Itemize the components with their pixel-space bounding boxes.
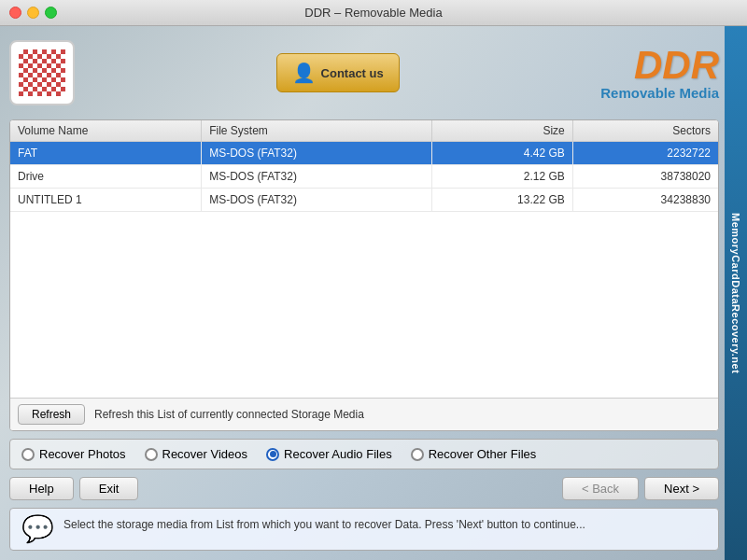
cell-sectors: 34238830 — [572, 189, 718, 212]
radio-circle-other — [411, 448, 424, 461]
radio-videos[interactable]: Recover Videos — [145, 447, 248, 461]
info-bar: 💬 Select the storage media from List fro… — [9, 508, 719, 551]
cell-volume-name: UNTITLED 1 — [10, 189, 202, 212]
radio-label-photos: Recover Photos — [39, 447, 126, 461]
contact-icon: 👤 — [292, 62, 316, 84]
radio-label-other: Recover Other Files — [429, 447, 537, 461]
refresh-description: Refresh this List of currently connected… — [94, 408, 364, 421]
cell-sectors: 38738020 — [572, 165, 718, 189]
checkerboard-icon — [19, 49, 65, 96]
radio-audio[interactable]: Recover Audio Files — [266, 447, 392, 461]
cell-size: 4.42 GB — [431, 142, 572, 165]
col-size: Size — [431, 120, 572, 142]
radio-photos[interactable]: Recover Photos — [21, 447, 126, 461]
header-area: 👤 Contact us DDR Removable Media — [9, 35, 719, 110]
ddr-title: DDR — [600, 46, 719, 85]
cell-file-system: MS-DOS (FAT32) — [202, 165, 432, 189]
contact-button[interactable]: 👤 Contact us — [276, 53, 400, 92]
col-volume-name: Volume Name — [10, 120, 202, 142]
col-file-system: File System — [202, 120, 432, 142]
cell-file-system: MS-DOS (FAT32) — [202, 142, 432, 165]
chat-icon: 💬 — [21, 516, 54, 542]
table-row[interactable]: UNTITLED 1 MS-DOS (FAT32) 13.22 GB 34238… — [10, 189, 718, 212]
radio-circle-videos — [145, 448, 158, 461]
cell-size: 2.12 GB — [431, 165, 572, 189]
minimize-button[interactable] — [27, 7, 39, 19]
refresh-row: Refresh Refresh this List of currently c… — [10, 398, 718, 430]
app-logo — [9, 40, 75, 105]
info-message: Select the storage media from List from … — [63, 516, 585, 533]
radio-label-audio: Recover Audio Files — [284, 447, 392, 461]
back-button[interactable]: < Back — [562, 477, 639, 500]
radio-circle-photos — [21, 448, 35, 461]
radio-label-videos: Recover Videos — [162, 447, 248, 461]
title-bar: DDR – Removable Media — [0, 0, 747, 26]
media-table: Volume Name File System Size Sectors FAT… — [10, 120, 718, 212]
maximize-button[interactable] — [45, 7, 57, 19]
next-button[interactable]: Next > — [644, 477, 719, 500]
media-table-section: Volume Name File System Size Sectors FAT… — [9, 119, 719, 431]
radio-circle-audio — [266, 448, 279, 461]
table-wrapper: Volume Name File System Size Sectors FAT… — [10, 120, 718, 398]
main-content: MemoryCardDataRecovery.net 👤 Contact us … — [0, 26, 747, 560]
center-area: 👤 Contact us DDR Removable Media Volume … — [0, 26, 747, 560]
col-sectors: Sectors — [572, 120, 718, 142]
bottom-navigation: Help Exit < Back Next > — [9, 477, 719, 500]
table-row[interactable]: FAT MS-DOS (FAT32) 4.42 GB 2232722 — [10, 142, 718, 165]
table-row[interactable]: Drive MS-DOS (FAT32) 2.12 GB 38738020 — [10, 165, 718, 189]
recovery-options: Recover PhotosRecover VideosRecover Audi… — [9, 439, 719, 469]
cell-volume-name: FAT — [10, 142, 202, 165]
close-button[interactable] — [9, 7, 21, 19]
ddr-subtitle: Removable Media — [600, 85, 719, 101]
radio-other[interactable]: Recover Other Files — [411, 447, 537, 461]
side-strip-label: MemoryCardDataRecovery.net — [725, 26, 747, 560]
table-body: FAT MS-DOS (FAT32) 4.42 GB 2232722 Drive… — [10, 142, 718, 212]
help-button[interactable]: Help — [9, 477, 74, 500]
cell-size: 13.22 GB — [431, 189, 572, 212]
exit-button[interactable]: Exit — [79, 477, 139, 500]
table-header-row: Volume Name File System Size Sectors — [10, 120, 718, 142]
refresh-button[interactable]: Refresh — [18, 404, 85, 425]
cell-volume-name: Drive — [10, 165, 202, 189]
cell-file-system: MS-DOS (FAT32) — [202, 189, 432, 212]
ddr-logo: DDR Removable Media — [600, 46, 719, 101]
window-controls[interactable] — [9, 7, 57, 19]
window-title: DDR – Removable Media — [304, 6, 442, 20]
cell-sectors: 2232722 — [572, 142, 718, 165]
